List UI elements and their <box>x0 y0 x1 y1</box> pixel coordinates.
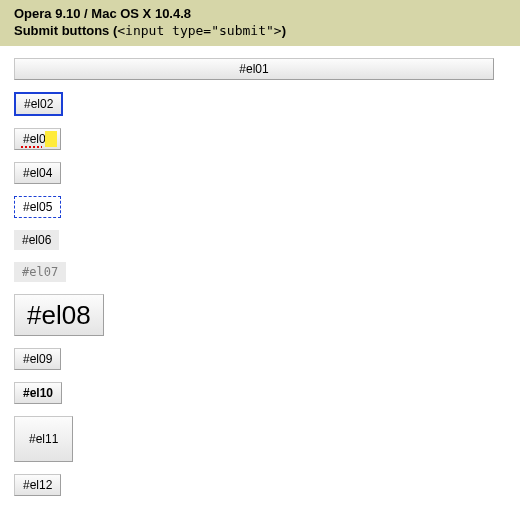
submit-button-el12[interactable]: #el12 <box>14 474 61 496</box>
header-bar: Opera 9.10 / Mac OS X 10.4.8 Submit butt… <box>0 0 520 46</box>
submit-button-el09[interactable]: #el09 <box>14 348 61 370</box>
page-subtitle: Submit buttons (<input type="submit">) <box>14 23 506 38</box>
submit-button-el07[interactable]: #el07 <box>14 262 66 282</box>
subtitle-prefix: Submit buttons ( <box>14 23 117 38</box>
content-area: #el01 #el02 #el03 #el04 #el05 #el06 #el0… <box>0 46 520 510</box>
submit-button-el03-label: #el03 <box>23 132 52 146</box>
submit-button-el10[interactable]: #el10 <box>14 382 62 404</box>
submit-button-el11[interactable]: #el11 <box>14 416 73 462</box>
submit-button-el05[interactable]: #el05 <box>14 196 61 218</box>
page-title: Opera 9.10 / Mac OS X 10.4.8 <box>14 6 506 21</box>
submit-button-el02[interactable]: #el02 <box>14 92 63 116</box>
subtitle-code: <input type="submit"> <box>117 23 281 38</box>
submit-button-el04[interactable]: #el04 <box>14 162 61 184</box>
submit-button-el03[interactable]: #el03 <box>14 128 61 150</box>
subtitle-suffix: ) <box>282 23 286 38</box>
spellcheck-underline-icon <box>21 146 42 148</box>
submit-button-el06[interactable]: #el06 <box>14 230 59 250</box>
submit-button-el08[interactable]: #el08 <box>14 294 104 336</box>
submit-button-el01[interactable]: #el01 <box>14 58 494 80</box>
